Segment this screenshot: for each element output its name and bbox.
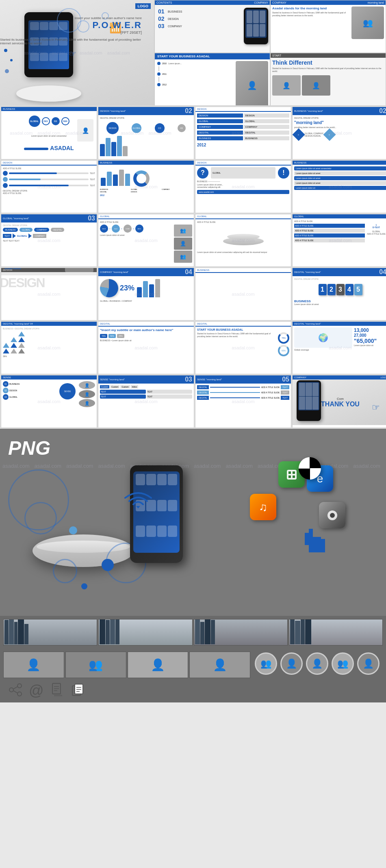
slide-body: BUSINESS • DEGITAL DREAM UTOPIA xyxy=(1,326,97,371)
slide-body: DEGITAL ADD A TITLE SLIDE TEXT DEGITAL A… xyxy=(195,384,291,428)
bubble: BUSINESS xyxy=(3,228,18,232)
text-box: Lorem ipsum dolor sit amet xyxy=(294,171,386,175)
circle-progress: 75% 60% xyxy=(278,332,289,356)
asadal-info: Asadal stands for the morning land xyxy=(4,268,22,272)
mini-slide-contents: CONTENTS COMPANY 01 xyxy=(154,0,270,53)
slide-header: COMPANY LOGO xyxy=(293,375,386,379)
sense-item: 03 GLOBAL xyxy=(3,394,56,400)
app-icon xyxy=(157,526,167,537)
mini-slide-company-header: COMPANY morning land xyxy=(271,0,386,5)
person-photo: 👤 xyxy=(302,75,330,96)
slide-thumb-degital-arrows: DEGITAL "morning land" 04 BUSINESS • DEG… xyxy=(1,321,97,374)
morning-land-title: "morning land" xyxy=(294,120,386,125)
grid-item: DESIGN xyxy=(244,113,290,118)
flip-digit: 1 xyxy=(319,284,327,295)
bar-chart xyxy=(100,136,192,156)
svg-rect-3 xyxy=(309,529,313,533)
circle-sense: SEN xyxy=(61,117,69,125)
circle-row: BUS + GLO + COM + DEG xyxy=(100,225,173,233)
stage-platform xyxy=(16,85,81,102)
share-icon[interactable] xyxy=(8,683,23,699)
building-thumb xyxy=(289,619,383,646)
slide-thumb-design-table: DESIGN DESIGN DESIGN GLOBAL GLOBAL COMPA… xyxy=(195,107,291,159)
app-icon xyxy=(30,53,39,61)
slide-thumb-business-circles: BUSINESS GLOBAL DES CO SEN Lorem ipsum d… xyxy=(1,107,97,159)
svg-rect-23 xyxy=(54,695,62,696)
slide-header: GLOBAL xyxy=(195,214,291,219)
slide-body: GLOBAL DES CO SEN Lorem ipsum dolor sit … xyxy=(1,111,97,156)
top-section: asadal.com asadal.com asadal.com asadal.… xyxy=(0,0,386,106)
app-icon xyxy=(40,53,49,61)
building-thumb xyxy=(3,619,97,646)
slide-body: 23% GLOBAL • BUSINESS • COMPANY xyxy=(98,276,194,321)
slide-body: ADD A TITLE SLIDE BUS + GLO + COM + DEG … xyxy=(98,219,194,264)
phone-small xyxy=(297,380,321,421)
thankyou-text: Com THANK YOU xyxy=(321,397,360,408)
svg-rect-9 xyxy=(309,549,325,552)
person-thumb: 👤 xyxy=(189,652,250,678)
sense-item: 02 DESIGN xyxy=(3,388,56,393)
sense-tabs: Custom Custom Custom Inline xyxy=(100,385,192,388)
flip-numbers: 1 2 3 4 5 xyxy=(294,284,386,295)
app-icon xyxy=(146,526,156,537)
svg-rect-0 xyxy=(305,533,309,537)
slide-body: 01 BUSINESS 02 DESIGN 03 GLOBAL SENSE xyxy=(1,379,97,424)
mini-slide-company: COMPANY morning land Asadal stands for t… xyxy=(270,0,386,53)
slide-body: ? GLOBAL ! BUSINESS —————— Lorem ipsum d… xyxy=(195,166,291,210)
start-photo: 👤 xyxy=(236,61,268,106)
svg-rect-10 xyxy=(287,470,297,480)
diamond: D xyxy=(292,128,305,141)
slide-thumb-global-text: GLOBAL ADD A TITLE SLIDE ADD A TITLE SLI… xyxy=(292,214,386,267)
person-photo: 👤 xyxy=(272,75,301,96)
deco-circle-xs xyxy=(53,559,77,583)
flip-digit: 3 xyxy=(336,284,345,295)
svg-rect-13 xyxy=(288,475,291,478)
person-thumb: 👥 xyxy=(65,652,126,678)
world-content: 🌍 Global coverage 13,000 27,000 "65,000"… xyxy=(294,327,386,351)
svg-rect-12 xyxy=(293,471,295,474)
slide-thumb-global-stage: GLOBAL ADD A TITLE SLIDE Lorem ipsum dol… xyxy=(195,214,291,267)
slide-thumb-business-text: BUSINESS Lorem ipsum dolor sit amet cons… xyxy=(292,160,386,213)
bar xyxy=(107,172,112,186)
start-content: 2010 Lorem ipsum... 2011 2012 xyxy=(155,59,270,106)
bar xyxy=(100,144,105,156)
svg-rect-5 xyxy=(313,537,317,545)
slide-thumb-design-02: DESIGN "morning land" 02 DEGITAL DREAM U… xyxy=(98,107,194,159)
at-icon[interactable]: @ xyxy=(29,682,44,699)
app-icon xyxy=(146,474,156,485)
flip-digit: 2 xyxy=(327,284,336,295)
deco-dot xyxy=(81,583,87,589)
center-diagram: SENSE xyxy=(57,381,78,401)
arrow-chain: TEXT GLOBAL COMPANY xyxy=(3,233,95,238)
slide-header: BUSINESS xyxy=(98,161,194,165)
slide-body: "Insert my subtitle or main author's nam… xyxy=(98,327,194,371)
doc-icon[interactable] xyxy=(50,683,65,699)
person-thumb: 👤 xyxy=(3,652,64,678)
bar xyxy=(111,142,116,156)
tl-item: 2011 xyxy=(157,72,234,76)
slides-grid: BUSINESS GLOBAL DES CO SEN Lorem ipsum d… xyxy=(0,106,386,429)
text-box: Lorem ipsum dolor sit amet xyxy=(294,181,386,185)
bar xyxy=(125,174,130,186)
chart-area xyxy=(100,166,192,187)
avatar-circle: 👤 xyxy=(357,652,379,675)
slide-body: DEGITAL DREAM UTOPIA BUSINESS GLOBAL COM… xyxy=(1,222,97,267)
person-image: 👤 xyxy=(77,119,93,142)
slide-header: DESIGN xyxy=(195,107,291,112)
bubble: COMPANY xyxy=(34,228,49,232)
mini-slide-think: START Think Different Started its busine… xyxy=(270,53,386,106)
app-icon xyxy=(157,474,167,485)
slide-header: DEGITAL "morning land" 04 xyxy=(293,268,386,276)
bar xyxy=(123,146,128,156)
slide-body: DEGITAL DREAM UTOPIA 1 2 3 4 5 BUSINESS … xyxy=(293,276,386,321)
app-icon-orange: ♫ xyxy=(250,494,276,520)
circle-company: CO xyxy=(155,123,165,133)
slide-body: ADD A TITLE SLIDE ADD A TITLE SLIDE ADD … xyxy=(293,218,386,263)
slide-text-area: Insert your subtitle or main author's na… xyxy=(0,16,142,45)
svg-rect-8 xyxy=(309,545,325,549)
copy-icon[interactable] xyxy=(71,683,85,699)
slide-body: Com THANK YOU ☞ xyxy=(293,379,386,425)
people-strip: 👤 👥 👤 👤 👥 👤 👤 👥 👤 xyxy=(0,648,386,679)
cta-box: www.asadal.com xyxy=(197,190,289,194)
slide-thumb-business-02: BUSINESS "morning land" 02 DEGITAL DREAM… xyxy=(292,107,386,159)
